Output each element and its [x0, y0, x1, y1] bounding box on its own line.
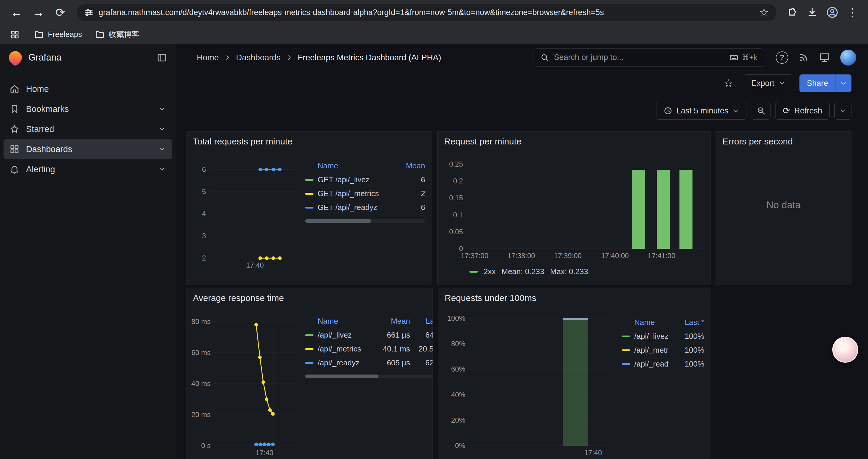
help-icon[interactable]: ?	[776, 52, 788, 64]
refresh-interval-dropdown[interactable]	[834, 102, 851, 120]
dashboard-actions: ☆ Export Share	[176, 71, 868, 96]
legend-table: Name Mean GET /api/_livez 6 GET /api/_me…	[305, 159, 425, 270]
sidebar-item-bookmarks[interactable]: Bookmarks	[4, 99, 172, 119]
screen: ← → ⟳ grafana.mathmast.com/d/deytv4rwava…	[0, 0, 868, 459]
chevron-down-icon	[839, 107, 846, 114]
sidebar-item-dashboards[interactable]: Dashboards	[4, 139, 172, 159]
plot-area[interactable]	[466, 164, 704, 249]
sidebar-item-alerting[interactable]: Alerting	[4, 160, 172, 179]
favorite-star-icon[interactable]: ☆	[724, 77, 733, 90]
chevron-down-icon[interactable]	[158, 145, 166, 153]
bookmark-folder-freeleaps[interactable]: Freeleaps	[34, 30, 82, 39]
chevron-down-icon[interactable]	[158, 105, 166, 113]
dashboard-canvas: Total requests per minute 65 43 2 17:40	[176, 131, 868, 459]
url-bar[interactable]: grafana.mathmast.com/d/deytv4rwavabkb/fr…	[77, 4, 776, 21]
legend-row[interactable]: GET /api/_livez 6	[305, 173, 425, 187]
browser-toolbar: ← → ⟳ grafana.mathmast.com/d/deytv4rwava…	[0, 0, 868, 25]
panel-total-requests-per-minute[interactable]: Total requests per minute 65 43 2 17:40	[186, 131, 432, 285]
breadcrumb-dashboards[interactable]: Dashboards	[236, 53, 281, 62]
folder-icon	[34, 30, 44, 39]
series-marker	[305, 334, 313, 336]
breadcrumb: Home Dashboards Freeleaps Metrics Dashbo…	[197, 53, 441, 62]
legend-row[interactable]: /api/_metrics 40.1 ms 20.5 r	[305, 342, 433, 356]
grafana-header: Home Dashboards Freeleaps Metrics Dashbo…	[176, 44, 868, 71]
legend-scrollbar[interactable]	[305, 374, 433, 378]
scrollbar-thumb[interactable]	[305, 374, 378, 378]
forward-icon[interactable]: →	[28, 2, 49, 23]
y-axis: 80 ms60 ms 40 ms20 ms 0 s	[193, 322, 211, 446]
zoom-out-button[interactable]	[752, 102, 771, 120]
display-icon[interactable]	[819, 52, 830, 63]
bookmark-star-icon[interactable]: ☆	[759, 6, 769, 19]
user-avatar[interactable]	[840, 50, 856, 66]
legend-row[interactable]: GET /api/_readyz 6	[305, 201, 425, 215]
chevron-down-icon[interactable]	[158, 125, 166, 133]
series-marker	[622, 363, 630, 365]
sidebar-item-starred[interactable]: Starred	[4, 119, 172, 139]
chevron-right-icon	[224, 54, 231, 61]
profile-avatar-icon[interactable]	[823, 3, 841, 22]
legend-row[interactable]: /api/_readyz 605 µs 620	[305, 356, 433, 370]
sidebar-item-home[interactable]: Home	[4, 79, 172, 99]
x-axis: 17:37:00 17:38:00 17:39:00 17:40:00 17:4…	[466, 249, 704, 262]
news-rss-icon[interactable]	[798, 52, 809, 63]
search-input[interactable]: Search or jump to... ⌘+k	[533, 48, 764, 67]
breadcrumb-home[interactable]: Home	[197, 53, 219, 62]
legend-header[interactable]: Name Last *	[622, 316, 704, 329]
plot-area[interactable]	[469, 319, 610, 446]
star-icon	[9, 124, 20, 134]
grafana-logo[interactable]	[6, 48, 25, 66]
clock-icon	[663, 106, 673, 115]
series-marker	[469, 271, 478, 273]
extensions-icon[interactable]	[783, 3, 801, 22]
collapse-sidebar-icon[interactable]	[157, 53, 167, 63]
timeseries-chart: 80 ms60 ms 40 ms20 ms 0 s 17:40	[193, 322, 298, 458]
chevron-right-icon	[286, 54, 292, 61]
legend-row[interactable]: 2xx Mean: 0.233 Max: 0.233	[469, 267, 710, 276]
legend-scrollbar[interactable]	[305, 219, 425, 223]
back-icon[interactable]: ←	[6, 2, 27, 23]
bookmarks-bar: Freeleaps 收藏博客	[0, 25, 868, 44]
dashboards-grid-icon	[9, 144, 20, 154]
reload-icon[interactable]: ⟳	[50, 2, 70, 23]
browser-menu-icon[interactable]: ⋮	[843, 3, 862, 22]
share-dropdown-button[interactable]	[836, 74, 851, 92]
chevron-down-icon[interactable]	[158, 165, 166, 173]
refresh-button[interactable]: ⟳ Refresh	[775, 102, 830, 120]
bookmark-folder-blogs[interactable]: 收藏博客	[95, 29, 140, 40]
panel-request-per-minute[interactable]: Request per minute 0.250.2 0.150.1 0.050…	[437, 131, 711, 285]
panel-average-response-time[interactable]: Average response time 80 ms60 ms 40 ms20…	[186, 288, 433, 459]
panel-requests-under-100ms[interactable]: Requests under 100ms 100%80% 60%40% 20%0…	[438, 288, 711, 459]
legend-row[interactable]: /api/_metrics 100%	[622, 343, 704, 357]
panel-errors-per-second[interactable]: Errors per second No data	[716, 131, 851, 285]
legend-header[interactable]: Name Mean	[305, 159, 425, 173]
series-marker	[305, 179, 313, 181]
export-button[interactable]: Export	[744, 74, 793, 92]
site-settings-icon[interactable]	[85, 8, 93, 17]
panel-title: Total requests per minute	[186, 132, 432, 149]
bar-chart: 0.250.2 0.150.1 0.050 17:37:00 17:38:00 …	[444, 164, 704, 262]
legend-row[interactable]: /api/_livez 100%	[622, 329, 704, 343]
plot-area[interactable]	[214, 322, 298, 446]
legend-row[interactable]: GET /api/_metrics 2	[305, 187, 425, 201]
brand-name: Grafana	[28, 52, 61, 63]
search-shortcut: ⌘+k	[742, 53, 757, 62]
assistant-avatar[interactable]	[832, 337, 858, 363]
time-range-picker[interactable]: Last 5 minutes	[656, 102, 747, 120]
time-controls: Last 5 minutes ⟳ Refresh	[176, 96, 868, 126]
panel-title: Errors per second	[716, 132, 851, 149]
share-button[interactable]: Share	[800, 74, 836, 92]
tab-grid-icon[interactable]	[8, 28, 21, 41]
bell-icon	[9, 164, 20, 174]
grafana-sidebar: Grafana Home Bookmarks	[0, 44, 176, 459]
bookmark-icon	[9, 104, 20, 114]
home-icon	[9, 84, 20, 94]
legend-row[interactable]: /api/_readyz 100%	[622, 357, 704, 371]
plot-area[interactable]	[210, 169, 297, 258]
refresh-icon: ⟳	[783, 106, 790, 115]
legend-row[interactable]: /api/_livez 661 µs 646	[305, 328, 433, 342]
legend-header[interactable]: Name Mean Las	[305, 314, 433, 328]
downloads-icon[interactable]	[803, 3, 821, 22]
series-marker	[622, 335, 630, 337]
scrollbar-thumb[interactable]	[305, 219, 371, 223]
